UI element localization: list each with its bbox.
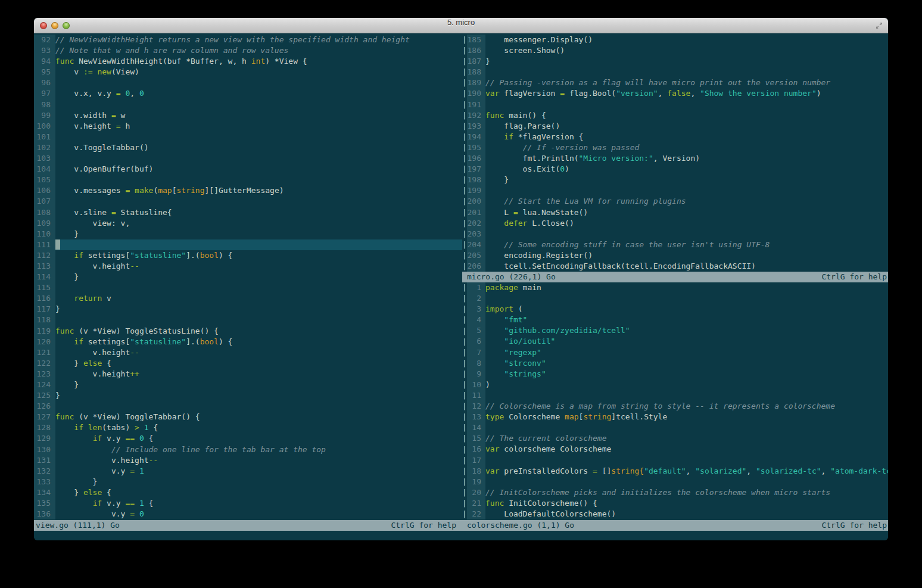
code-text[interactable]: // Start the Lua VM for running plugins: [485, 196, 888, 207]
code-text[interactable]: fmt.Println("Micro version:", Version): [485, 153, 888, 164]
code-text[interactable]: if v.y == 1 {: [55, 498, 462, 509]
code-text[interactable]: v.OpenBuffer(buf): [55, 164, 462, 175]
code-text[interactable]: "regexp": [485, 347, 888, 358]
code-text[interactable]: [485, 293, 888, 304]
code-text[interactable]: L = lua.NewState(): [485, 207, 888, 218]
code-line[interactable]: 102 v.ToggleTabbar(): [34, 142, 462, 153]
editor-pane-colorscheme-go[interactable]: 1package main23import (4 "fmt"5 "github.…: [467, 282, 888, 520]
code-text[interactable]: [485, 99, 888, 110]
code-text[interactable]: [485, 185, 888, 196]
code-text[interactable]: [485, 229, 888, 239]
code-text[interactable]: "strconv": [485, 358, 888, 369]
resize-icon[interactable]: [875, 21, 883, 30]
code-line[interactable]: 189// Passing -version as a flag will ha…: [467, 77, 888, 88]
code-line[interactable]: 185 messenger.Display(): [467, 35, 888, 45]
code-text[interactable]: [55, 175, 462, 185]
code-text[interactable]: v.height--: [55, 261, 462, 272]
code-text[interactable]: [55, 153, 462, 164]
code-text[interactable]: func NewViewWidthHeight(buf *Buffer, w, …: [55, 56, 462, 67]
code-line[interactable]: 4 "fmt": [467, 315, 888, 325]
code-text[interactable]: [55, 401, 462, 412]
code-line[interactable]: 103: [34, 153, 462, 164]
code-line[interactable]: 134 } else {: [34, 487, 462, 498]
code-text[interactable]: v.height--: [55, 455, 462, 466]
code-text[interactable]: [485, 455, 888, 466]
code-text[interactable]: ): [485, 379, 888, 390]
code-line[interactable]: 106 v.messages = make(map[string][]Gutte…: [34, 185, 462, 196]
code-line[interactable]: 117}: [34, 304, 462, 315]
code-text[interactable]: messenger.Display(): [485, 35, 888, 45]
code-line[interactable]: 99 v.width = w: [34, 110, 462, 121]
code-line[interactable]: 193 flag.Parse(): [467, 121, 888, 132]
code-line[interactable]: 200 // Start the Lua VM for running plug…: [467, 196, 888, 207]
code-line[interactable]: 1package main: [467, 282, 888, 293]
code-line[interactable]: 6 "io/ioutil": [467, 336, 888, 347]
code-text[interactable]: }: [55, 477, 462, 487]
code-line[interactable]: 187}: [467, 56, 888, 67]
code-line[interactable]: 21func InitColorscheme() {: [467, 498, 888, 509]
code-text[interactable]: [485, 390, 888, 401]
code-text[interactable]: tcell.SetEncodingFallback(tcell.Encoding…: [485, 261, 888, 272]
code-text[interactable]: // InitColorscheme picks and initializes…: [485, 487, 888, 498]
code-text[interactable]: package main: [485, 282, 888, 293]
code-text[interactable]: }: [55, 390, 462, 401]
code-line[interactable]: 110 }: [34, 229, 462, 239]
code-line[interactable]: 188: [467, 67, 888, 77]
code-line[interactable]: 123 v.height++: [34, 369, 462, 379]
code-line[interactable]: 114 }: [34, 272, 462, 282]
code-text[interactable]: return v: [55, 293, 462, 304]
code-text[interactable]: if settings["statusline"].(bool) {: [55, 337, 462, 347]
code-line[interactable]: 130 // Include one line for the tab bar …: [34, 444, 462, 455]
code-text[interactable]: // Colorscheme is a map from string to s…: [485, 401, 888, 412]
code-text[interactable]: v.height--: [55, 347, 462, 358]
code-text[interactable]: }: [55, 229, 462, 239]
code-text[interactable]: v.sline = Statusline{: [55, 207, 462, 218]
code-line[interactable]: 115: [34, 282, 462, 293]
code-text[interactable]: v.height++: [55, 369, 462, 379]
code-line[interactable]: 14: [467, 422, 888, 433]
code-line[interactable]: 131 v.height--: [34, 455, 462, 466]
code-text[interactable]: import (: [485, 304, 888, 315]
code-line[interactable]: 15// The current colorscheme: [467, 433, 888, 444]
code-text[interactable]: flag.Parse(): [485, 121, 888, 132]
code-text[interactable]: v.y = 0: [55, 509, 462, 519]
code-text[interactable]: if *flagVersion {: [485, 132, 888, 142]
code-line[interactable]: 202 defer L.Close(): [467, 218, 888, 229]
code-line[interactable]: 96: [34, 77, 462, 88]
code-line[interactable]: 205 encoding.Register(): [467, 250, 888, 261]
code-line[interactable]: 108 v.sline = Statusline{: [34, 207, 462, 218]
code-text[interactable]: v.y = 1: [55, 466, 462, 477]
code-text[interactable]: LoadDefaultColorscheme(): [485, 509, 888, 519]
editor-pane-micro-go[interactable]: 185 messenger.Display()186 screen.Show()…: [467, 35, 888, 272]
code-line[interactable]: 2: [467, 293, 888, 304]
code-line[interactable]: 109 view: v,: [34, 218, 462, 229]
code-line[interactable]: 118: [34, 315, 462, 325]
code-line[interactable]: 13type Colorscheme map[string]tcell.Styl…: [467, 412, 888, 422]
code-line[interactable]: 129 if v.y == 0 {: [34, 433, 462, 444]
code-text[interactable]: if settings["statusline"].(bool) {: [55, 250, 462, 261]
code-text[interactable]: v.width = w: [55, 110, 462, 121]
code-line[interactable]: 122 } else {: [34, 358, 462, 369]
code-line[interactable]: 9 "strings": [467, 369, 888, 379]
code-text[interactable]: }: [55, 379, 462, 390]
code-line[interactable]: 124 }: [34, 379, 462, 390]
code-text[interactable]: [55, 239, 462, 250]
code-line[interactable]: 10): [467, 379, 888, 390]
editor-pane-view-go[interactable]: 92// NewViewWidthHeight returns a new vi…: [34, 35, 462, 520]
code-line[interactable]: 95 v := new(View): [34, 67, 462, 77]
code-text[interactable]: func main() {: [485, 110, 888, 121]
code-line[interactable]: 121 v.height--: [34, 347, 462, 358]
code-text[interactable]: defer L.Close(): [485, 218, 888, 229]
code-text[interactable]: // If -version was passed: [485, 142, 888, 153]
code-line[interactable]: 112 if settings["statusline"].(bool) {: [34, 250, 462, 261]
code-line[interactable]: 119func (v *View) ToggleStatusLine() {: [34, 326, 462, 337]
code-text[interactable]: }: [485, 56, 888, 67]
code-line[interactable]: 3import (: [467, 304, 888, 315]
code-text[interactable]: } else {: [55, 487, 462, 498]
code-line[interactable]: 126: [34, 401, 462, 412]
code-line[interactable]: 105: [34, 175, 462, 185]
code-line[interactable]: 17: [467, 455, 888, 466]
code-line[interactable]: 136 v.y = 0: [34, 509, 462, 519]
code-text[interactable]: var colorscheme Colorscheme: [485, 444, 888, 455]
code-text[interactable]: v.x, v.y = 0, 0: [55, 88, 462, 99]
